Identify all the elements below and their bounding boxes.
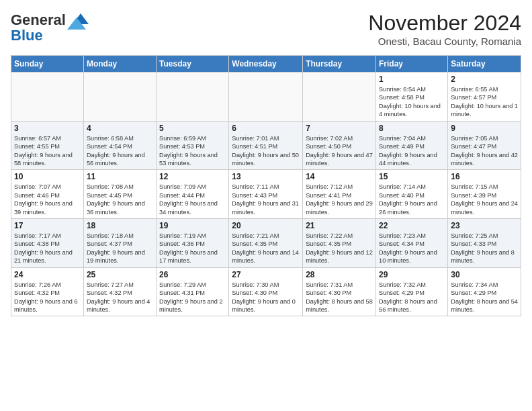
day-info: Sunrise: 7:32 AM Sunset: 4:29 PM Dayligh… (379, 281, 445, 314)
calendar-cell: 25Sunrise: 7:27 AM Sunset: 4:32 PM Dayli… (83, 267, 156, 316)
day-info: Sunrise: 7:23 AM Sunset: 4:34 PM Dayligh… (379, 232, 445, 265)
day-number: 4 (87, 124, 153, 133)
day-number: 2 (451, 75, 518, 84)
calendar-cell: 13Sunrise: 7:11 AM Sunset: 4:43 PM Dayli… (229, 170, 303, 219)
logo-icon (67, 11, 89, 30)
day-number: 29 (379, 270, 445, 279)
day-number: 27 (232, 270, 300, 279)
day-number: 24 (14, 270, 81, 279)
calendar-cell: 22Sunrise: 7:23 AM Sunset: 4:34 PM Dayli… (376, 219, 448, 268)
day-number: 15 (379, 172, 445, 181)
day-number: 6 (232, 124, 300, 133)
calendar-cell: 16Sunrise: 7:15 AM Sunset: 4:39 PM Dayli… (448, 170, 521, 219)
calendar-cell (157, 73, 229, 122)
calendar-cell: 5Sunrise: 6:59 AM Sunset: 4:53 PM Daylig… (157, 121, 229, 170)
day-info: Sunrise: 7:26 AM Sunset: 4:32 PM Dayligh… (14, 281, 81, 314)
day-info: Sunrise: 7:19 AM Sunset: 4:36 PM Dayligh… (159, 232, 226, 265)
day-number: 30 (451, 270, 518, 279)
day-number: 10 (14, 172, 81, 181)
calendar-cell: 18Sunrise: 7:18 AM Sunset: 4:37 PM Dayli… (83, 219, 156, 268)
calendar-cell: 24Sunrise: 7:26 AM Sunset: 4:32 PM Dayli… (11, 267, 84, 316)
month-title: November 2024 (368, 11, 521, 36)
day-info: Sunrise: 7:12 AM Sunset: 4:41 PM Dayligh… (306, 183, 373, 216)
day-info: Sunrise: 7:30 AM Sunset: 4:30 PM Dayligh… (232, 281, 300, 314)
day-header-thursday: Thursday (303, 56, 376, 73)
day-number: 7 (306, 124, 373, 133)
day-header-sunday: Sunday (11, 56, 84, 73)
calendar-cell: 3Sunrise: 6:57 AM Sunset: 4:55 PM Daylig… (11, 121, 84, 170)
day-number: 26 (159, 270, 226, 279)
day-number: 14 (306, 172, 373, 181)
calendar-cell: 10Sunrise: 7:07 AM Sunset: 4:46 PM Dayli… (11, 170, 84, 219)
day-info: Sunrise: 7:18 AM Sunset: 4:37 PM Dayligh… (87, 232, 153, 265)
day-info: Sunrise: 7:11 AM Sunset: 4:43 PM Dayligh… (232, 183, 300, 216)
day-info: Sunrise: 7:01 AM Sunset: 4:51 PM Dayligh… (232, 134, 300, 168)
day-info: Sunrise: 7:25 AM Sunset: 4:33 PM Dayligh… (451, 232, 518, 265)
day-info: Sunrise: 6:57 AM Sunset: 4:55 PM Dayligh… (14, 134, 81, 168)
day-info: Sunrise: 7:34 AM Sunset: 4:29 PM Dayligh… (451, 281, 518, 314)
calendar-cell: 17Sunrise: 7:17 AM Sunset: 4:38 PM Dayli… (11, 219, 84, 268)
day-number: 20 (232, 221, 300, 230)
page-header: General Blue November 2024 Onesti, Bacau… (11, 11, 521, 47)
day-info: Sunrise: 7:27 AM Sunset: 4:32 PM Dayligh… (87, 281, 153, 314)
calendar-cell: 2Sunrise: 6:55 AM Sunset: 4:57 PM Daylig… (448, 73, 521, 122)
day-info: Sunrise: 7:05 AM Sunset: 4:47 PM Dayligh… (451, 134, 518, 168)
day-info: Sunrise: 7:21 AM Sunset: 4:35 PM Dayligh… (232, 232, 300, 265)
day-number: 25 (87, 270, 153, 279)
logo: General Blue (11, 11, 89, 44)
day-header-tuesday: Tuesday (157, 56, 229, 73)
logo-blue: Blue (11, 27, 43, 44)
day-info: Sunrise: 7:29 AM Sunset: 4:31 PM Dayligh… (159, 281, 226, 314)
day-number: 11 (87, 172, 153, 181)
calendar-cell (229, 73, 303, 122)
day-number: 13 (232, 172, 300, 181)
day-info: Sunrise: 7:14 AM Sunset: 4:40 PM Dayligh… (379, 183, 445, 216)
title-block: November 2024 Onesti, Bacau County, Roma… (368, 11, 521, 47)
calendar-cell: 15Sunrise: 7:14 AM Sunset: 4:40 PM Dayli… (376, 170, 448, 219)
day-header-wednesday: Wednesday (229, 56, 303, 73)
calendar-cell: 12Sunrise: 7:09 AM Sunset: 4:44 PM Dayli… (157, 170, 229, 219)
calendar-cell: 11Sunrise: 7:08 AM Sunset: 4:45 PM Dayli… (83, 170, 156, 219)
calendar-cell: 6Sunrise: 7:01 AM Sunset: 4:51 PM Daylig… (229, 121, 303, 170)
calendar-cell: 7Sunrise: 7:02 AM Sunset: 4:50 PM Daylig… (303, 121, 376, 170)
calendar-cell: 29Sunrise: 7:32 AM Sunset: 4:29 PM Dayli… (376, 267, 448, 316)
calendar-cell (11, 73, 84, 122)
day-number: 28 (306, 270, 373, 279)
day-number: 8 (379, 124, 445, 133)
calendar-table: SundayMondayTuesdayWednesdayThursdayFrid… (11, 55, 521, 316)
day-header-saturday: Saturday (448, 56, 521, 73)
day-info: Sunrise: 7:07 AM Sunset: 4:46 PM Dayligh… (14, 183, 81, 216)
calendar-cell: 1Sunrise: 6:54 AM Sunset: 4:58 PM Daylig… (376, 73, 448, 122)
calendar-cell: 23Sunrise: 7:25 AM Sunset: 4:33 PM Dayli… (448, 219, 521, 268)
day-number: 1 (379, 75, 445, 84)
day-info: Sunrise: 7:08 AM Sunset: 4:45 PM Dayligh… (87, 183, 153, 216)
calendar-cell: 4Sunrise: 6:58 AM Sunset: 4:54 PM Daylig… (83, 121, 156, 170)
day-number: 12 (159, 172, 226, 181)
calendar-cell: 28Sunrise: 7:31 AM Sunset: 4:30 PM Dayli… (303, 267, 376, 316)
day-number: 16 (451, 172, 518, 181)
calendar-cell: 9Sunrise: 7:05 AM Sunset: 4:47 PM Daylig… (448, 121, 521, 170)
day-info: Sunrise: 7:09 AM Sunset: 4:44 PM Dayligh… (159, 183, 226, 216)
calendar-cell: 14Sunrise: 7:12 AM Sunset: 4:41 PM Dayli… (303, 170, 376, 219)
day-header-monday: Monday (83, 56, 156, 73)
calendar-cell (303, 73, 376, 122)
day-number: 19 (159, 221, 226, 230)
location: Onesti, Bacau County, Romania (368, 36, 521, 47)
day-info: Sunrise: 7:15 AM Sunset: 4:39 PM Dayligh… (451, 183, 518, 216)
day-number: 22 (379, 221, 445, 230)
calendar-cell: 8Sunrise: 7:04 AM Sunset: 4:49 PM Daylig… (376, 121, 448, 170)
day-info: Sunrise: 6:59 AM Sunset: 4:53 PM Dayligh… (159, 134, 226, 168)
calendar-cell (83, 73, 156, 122)
calendar-cell: 21Sunrise: 7:22 AM Sunset: 4:35 PM Dayli… (303, 219, 376, 268)
day-number: 21 (306, 221, 373, 230)
day-number: 3 (14, 124, 81, 133)
day-header-friday: Friday (376, 56, 448, 73)
day-number: 18 (87, 221, 153, 230)
day-info: Sunrise: 7:04 AM Sunset: 4:49 PM Dayligh… (379, 134, 445, 168)
calendar-cell: 26Sunrise: 7:29 AM Sunset: 4:31 PM Dayli… (157, 267, 229, 316)
day-number: 23 (451, 221, 518, 230)
day-info: Sunrise: 7:22 AM Sunset: 4:35 PM Dayligh… (306, 232, 373, 265)
day-info: Sunrise: 7:02 AM Sunset: 4:50 PM Dayligh… (306, 134, 373, 168)
day-info: Sunrise: 7:17 AM Sunset: 4:38 PM Dayligh… (14, 232, 81, 265)
day-info: Sunrise: 7:31 AM Sunset: 4:30 PM Dayligh… (306, 281, 373, 314)
